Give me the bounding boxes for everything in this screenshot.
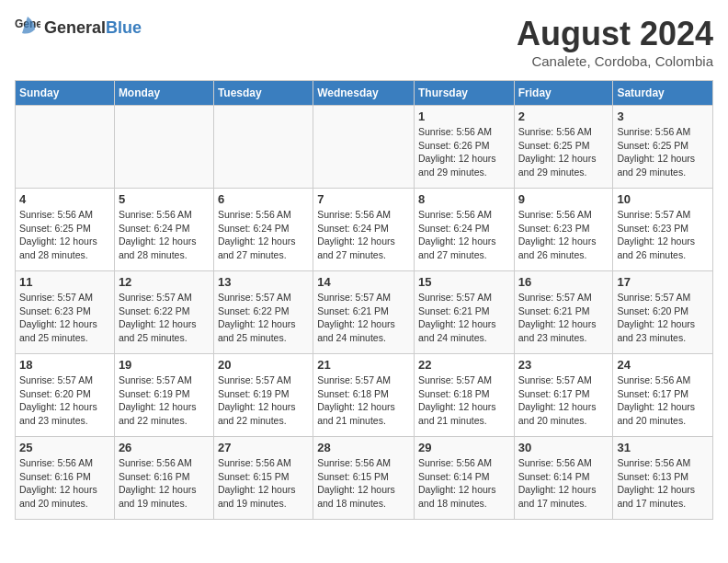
table-row: 25Sunrise: 5:56 AM Sunset: 6:16 PM Dayli…	[16, 437, 115, 520]
month-year-title: August 2024	[517, 15, 713, 53]
day-number: 9	[518, 192, 609, 206]
table-row: 3Sunrise: 5:56 AM Sunset: 6:25 PM Daylig…	[613, 106, 713, 189]
table-row: 26Sunrise: 5:56 AM Sunset: 6:16 PM Dayli…	[114, 437, 213, 520]
day-info: Sunrise: 5:57 AM Sunset: 6:19 PM Dayligh…	[119, 373, 210, 428]
day-number: 7	[317, 192, 410, 206]
day-number: 19	[119, 358, 210, 372]
day-info: Sunrise: 5:56 AM Sunset: 6:16 PM Dayligh…	[19, 456, 110, 511]
day-number: 25	[19, 441, 110, 454]
day-info: Sunrise: 5:56 AM Sunset: 6:16 PM Dayligh…	[119, 456, 210, 511]
day-number: 5	[119, 192, 210, 206]
day-info: Sunrise: 5:56 AM Sunset: 6:26 PM Dayligh…	[418, 125, 510, 179]
table-row: 8Sunrise: 5:56 AM Sunset: 6:24 PM Daylig…	[414, 189, 514, 271]
day-info: Sunrise: 5:57 AM Sunset: 6:18 PM Dayligh…	[317, 373, 410, 428]
table-row: 2Sunrise: 5:56 AM Sunset: 6:25 PM Daylig…	[514, 106, 613, 189]
day-info: Sunrise: 5:56 AM Sunset: 6:23 PM Dayligh…	[518, 208, 609, 262]
table-row: 13Sunrise: 5:57 AM Sunset: 6:22 PM Dayli…	[213, 271, 313, 354]
day-number: 18	[19, 358, 110, 372]
logo-general-text: General	[44, 18, 106, 37]
table-row: 24Sunrise: 5:56 AM Sunset: 6:17 PM Dayli…	[613, 354, 713, 437]
day-info: Sunrise: 5:56 AM Sunset: 6:24 PM Dayligh…	[418, 208, 510, 262]
calendar-week-row: 1Sunrise: 5:56 AM Sunset: 6:26 PM Daylig…	[16, 106, 713, 189]
col-thursday: Thursday	[414, 81, 514, 106]
table-row: 9Sunrise: 5:56 AM Sunset: 6:23 PM Daylig…	[514, 189, 613, 271]
table-row: 10Sunrise: 5:57 AM Sunset: 6:23 PM Dayli…	[613, 189, 713, 271]
day-info: Sunrise: 5:56 AM Sunset: 6:14 PM Dayligh…	[518, 456, 609, 511]
day-info: Sunrise: 5:56 AM Sunset: 6:17 PM Dayligh…	[617, 373, 709, 428]
day-info: Sunrise: 5:56 AM Sunset: 6:15 PM Dayligh…	[218, 456, 309, 511]
col-wednesday: Wednesday	[313, 81, 415, 106]
table-row: 20Sunrise: 5:57 AM Sunset: 6:19 PM Dayli…	[213, 354, 313, 437]
table-row: 4Sunrise: 5:56 AM Sunset: 6:25 PM Daylig…	[16, 189, 115, 271]
page-header: General GeneralBlue August 2024 Canalete…	[15, 15, 713, 69]
calendar-week-row: 25Sunrise: 5:56 AM Sunset: 6:16 PM Dayli…	[16, 437, 713, 520]
table-row	[213, 106, 313, 189]
day-info: Sunrise: 5:57 AM Sunset: 6:20 PM Dayligh…	[617, 291, 709, 345]
table-row: 27Sunrise: 5:56 AM Sunset: 6:15 PM Dayli…	[213, 437, 313, 520]
table-row: 15Sunrise: 5:57 AM Sunset: 6:21 PM Dayli…	[414, 271, 514, 354]
day-number: 10	[617, 192, 709, 206]
day-number: 28	[317, 441, 410, 454]
day-number: 8	[418, 192, 510, 206]
calendar-table: Sunday Monday Tuesday Wednesday Thursday…	[15, 80, 713, 520]
day-info: Sunrise: 5:56 AM Sunset: 6:13 PM Dayligh…	[617, 456, 709, 511]
col-sunday: Sunday	[16, 81, 115, 106]
day-info: Sunrise: 5:56 AM Sunset: 6:24 PM Dayligh…	[218, 208, 309, 262]
table-row: 17Sunrise: 5:57 AM Sunset: 6:20 PM Dayli…	[613, 271, 713, 354]
day-info: Sunrise: 5:57 AM Sunset: 6:18 PM Dayligh…	[418, 373, 510, 428]
day-number: 30	[518, 441, 609, 454]
table-row: 21Sunrise: 5:57 AM Sunset: 6:18 PM Dayli…	[313, 354, 415, 437]
day-number: 11	[19, 275, 110, 289]
day-number: 6	[218, 192, 309, 206]
col-tuesday: Tuesday	[213, 81, 313, 106]
table-row: 18Sunrise: 5:57 AM Sunset: 6:20 PM Dayli…	[16, 354, 115, 437]
day-number: 12	[119, 275, 210, 289]
day-number: 13	[218, 275, 309, 289]
day-info: Sunrise: 5:56 AM Sunset: 6:24 PM Dayligh…	[119, 208, 210, 262]
day-number: 15	[418, 275, 510, 289]
day-number: 14	[317, 275, 410, 289]
day-info: Sunrise: 5:57 AM Sunset: 6:21 PM Dayligh…	[317, 291, 410, 345]
table-row: 7Sunrise: 5:56 AM Sunset: 6:24 PM Daylig…	[313, 189, 415, 271]
day-number: 1	[418, 109, 510, 123]
table-row: 23Sunrise: 5:57 AM Sunset: 6:17 PM Dayli…	[514, 354, 613, 437]
logo-icon: General	[15, 15, 40, 40]
day-info: Sunrise: 5:56 AM Sunset: 6:15 PM Dayligh…	[317, 456, 410, 511]
day-info: Sunrise: 5:57 AM Sunset: 6:19 PM Dayligh…	[218, 373, 309, 428]
day-number: 26	[119, 441, 210, 454]
location-subtitle: Canalete, Cordoba, Colombia	[517, 53, 713, 69]
day-info: Sunrise: 5:56 AM Sunset: 6:25 PM Dayligh…	[617, 125, 709, 179]
day-number: 22	[418, 358, 510, 372]
table-row: 14Sunrise: 5:57 AM Sunset: 6:21 PM Dayli…	[313, 271, 415, 354]
day-info: Sunrise: 5:57 AM Sunset: 6:20 PM Dayligh…	[19, 373, 110, 428]
day-info: Sunrise: 5:57 AM Sunset: 6:22 PM Dayligh…	[218, 291, 309, 345]
table-row: 30Sunrise: 5:56 AM Sunset: 6:14 PM Dayli…	[514, 437, 613, 520]
table-row: 31Sunrise: 5:56 AM Sunset: 6:13 PM Dayli…	[613, 437, 713, 520]
day-number: 16	[518, 275, 609, 289]
day-info: Sunrise: 5:56 AM Sunset: 6:14 PM Dayligh…	[418, 456, 510, 511]
day-number: 2	[518, 109, 609, 123]
table-row: 28Sunrise: 5:56 AM Sunset: 6:15 PM Dayli…	[313, 437, 415, 520]
day-number: 20	[218, 358, 309, 372]
calendar-week-row: 18Sunrise: 5:57 AM Sunset: 6:20 PM Dayli…	[16, 354, 713, 437]
day-number: 27	[218, 441, 309, 454]
col-saturday: Saturday	[613, 81, 713, 106]
day-number: 31	[617, 441, 709, 454]
table-row: 5Sunrise: 5:56 AM Sunset: 6:24 PM Daylig…	[114, 189, 213, 271]
table-row: 22Sunrise: 5:57 AM Sunset: 6:18 PM Dayli…	[414, 354, 514, 437]
table-row	[114, 106, 213, 189]
day-info: Sunrise: 5:57 AM Sunset: 6:22 PM Dayligh…	[119, 291, 210, 345]
day-info: Sunrise: 5:56 AM Sunset: 6:24 PM Dayligh…	[317, 208, 410, 262]
table-row: 29Sunrise: 5:56 AM Sunset: 6:14 PM Dayli…	[414, 437, 514, 520]
day-info: Sunrise: 5:57 AM Sunset: 6:23 PM Dayligh…	[617, 208, 709, 262]
day-info: Sunrise: 5:56 AM Sunset: 6:25 PM Dayligh…	[518, 125, 609, 179]
logo-blue-text: Blue	[106, 18, 142, 37]
table-row	[313, 106, 415, 189]
table-row: 11Sunrise: 5:57 AM Sunset: 6:23 PM Dayli…	[16, 271, 115, 354]
day-number: 23	[518, 358, 609, 372]
table-row	[16, 106, 115, 189]
calendar-week-row: 4Sunrise: 5:56 AM Sunset: 6:25 PM Daylig…	[16, 189, 713, 271]
day-info: Sunrise: 5:57 AM Sunset: 6:23 PM Dayligh…	[19, 291, 110, 345]
day-number: 24	[617, 358, 709, 372]
logo: General GeneralBlue	[15, 15, 142, 40]
